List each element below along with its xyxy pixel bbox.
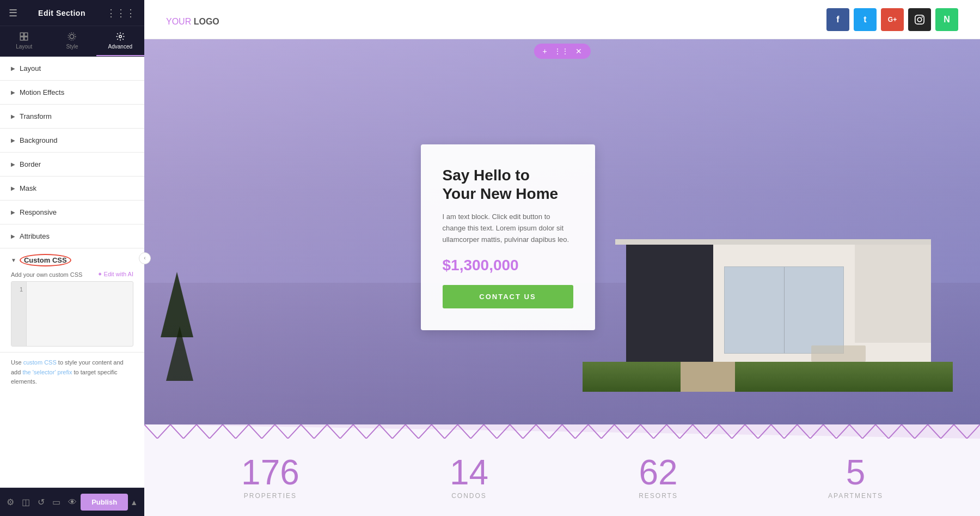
close-section-button[interactable]: ✕ — [575, 47, 582, 56]
svg-rect-1 — [24, 33, 28, 36]
stat-condos-number: 14 — [450, 455, 488, 490]
css-textarea[interactable] — [27, 282, 133, 346]
stat-properties: 176 PROPERTIES — [241, 455, 299, 500]
section-layout[interactable]: ▶ Layout — [0, 57, 144, 81]
section-attributes-label: Attributes — [20, 232, 50, 240]
svg-rect-0 — [20, 33, 23, 36]
chevron-transform: ▶ — [11, 113, 15, 119]
house-dark-wall — [626, 245, 713, 365]
layout-tab-icon — [19, 32, 29, 41]
tree-2 — [166, 326, 193, 381]
tree-group-left — [161, 272, 193, 381]
stat-resorts-label: RESORTS — [639, 492, 678, 500]
hamburger-icon[interactable]: ☰ — [9, 7, 17, 19]
right-canvas: YOUR LOGO f t G+ N — [144, 0, 980, 516]
svg-point-4 — [70, 34, 75, 39]
section-motion-effects[interactable]: ▶ Motion Effects — [0, 81, 144, 105]
grid-icon[interactable]: ⋮⋮⋮ — [106, 7, 136, 19]
panel-bottom: ⚙ ◫ ↺ ▭ 👁 Publish ▲ — [0, 488, 144, 516]
preview-icon[interactable]: 👁 — [68, 497, 77, 507]
section-motion-label: Motion Effects — [20, 88, 64, 96]
add-section-button[interactable]: + — [542, 47, 547, 56]
stat-resorts: 62 RESORTS — [639, 455, 678, 500]
tab-style-label: Style — [66, 44, 78, 50]
social-twitter[interactable]: t — [854, 8, 877, 31]
style-tab-icon — [67, 32, 77, 41]
chevron-responsive: ▶ — [11, 209, 15, 215]
custom-css-subtitle-text: Add your own custom CSS — [11, 271, 82, 278]
chevron-border: ▶ — [11, 161, 15, 167]
css-footer-link1[interactable]: custom CSS — [23, 359, 57, 366]
house-container — [583, 228, 953, 392]
social-facebook[interactable]: f — [826, 8, 849, 31]
top-nav: YOUR LOGO f t G+ N — [144, 0, 980, 39]
social-instagram[interactable] — [908, 8, 931, 31]
garden — [583, 362, 953, 392]
card-headline: Say Hello to Your New Home — [443, 166, 573, 203]
panel-title: Edit Section — [38, 9, 85, 17]
css-line-numbers: 1 — [11, 282, 27, 346]
tab-layout-label: Layout — [16, 44, 32, 50]
card-price: $1,300,000 — [443, 257, 573, 274]
section-background-label: Background — [20, 136, 57, 144]
css-selector-text: the 'selector' prefix — [22, 369, 72, 375]
house-window — [724, 266, 844, 354]
chevron-motion: ▶ — [11, 89, 15, 95]
section-mask-label: Mask — [20, 184, 36, 192]
expand-button[interactable]: ▲ — [130, 498, 138, 507]
zigzag-border-container — [144, 424, 980, 439]
publish-button[interactable]: Publish — [81, 494, 128, 511]
stat-properties-number: 176 — [241, 455, 299, 490]
zigzag-svg — [144, 424, 980, 439]
stats-section: 176 PROPERTIES 14 CONDOS 62 RESORTS 5 AP… — [144, 439, 980, 516]
css-footer-link2[interactable]: the 'selector' prefix — [22, 369, 72, 375]
custom-css-header[interactable]: ▼ Custom CSS — [11, 254, 133, 266]
panel-content: ▶ Layout ▶ Motion Effects ▶ Transform ▶ … — [0, 57, 144, 488]
section-border[interactable]: ▶ Border — [0, 153, 144, 177]
css-footer-text1: Use — [11, 359, 23, 366]
tab-style[interactable]: Style — [48, 26, 96, 56]
css-footer: Use custom CSS to style your content and… — [0, 353, 144, 392]
chevron-custom-css: ▼ — [11, 257, 16, 263]
tab-layout[interactable]: Layout — [0, 26, 48, 56]
section-transform-label: Transform — [20, 112, 52, 120]
section-mask[interactable]: ▶ Mask — [0, 177, 144, 201]
house-right-section — [855, 245, 931, 343]
stat-condos: 14 CONDOS — [450, 455, 488, 500]
panel-header: ☰ Edit Section ⋮⋮⋮ — [0, 0, 144, 26]
advanced-tab-icon — [115, 32, 125, 41]
chevron-background: ▶ — [11, 137, 15, 143]
section-background[interactable]: ▶ Background — [0, 129, 144, 153]
section-responsive[interactable]: ▶ Responsive — [0, 201, 144, 224]
social-email[interactable]: N — [935, 8, 958, 31]
hero-card: Say Hello to Your New Home I am text blo… — [421, 144, 595, 330]
stat-apartments-label: APARTMENTS — [828, 492, 883, 500]
stat-properties-label: PROPERTIES — [241, 492, 299, 500]
garden-path — [681, 362, 735, 392]
outdoor-table — [811, 345, 866, 362]
custom-css-section: ▼ Custom CSS Add your own custom CSS ✦ E… — [0, 248, 144, 353]
svg-rect-3 — [24, 37, 28, 40]
chevron-mask: ▶ — [11, 185, 15, 191]
settings-icon[interactable]: ⚙ — [7, 497, 14, 507]
section-transform[interactable]: ▶ Transform — [0, 105, 144, 129]
history-icon[interactable]: ↺ — [38, 497, 45, 507]
drag-section-button[interactable]: ⋮⋮ — [554, 47, 569, 56]
edit-ai-button[interactable]: ✦ Edit with AI — [97, 271, 133, 278]
responsive-icon[interactable]: ▭ — [52, 497, 60, 507]
svg-point-5 — [69, 33, 76, 40]
contact-us-button[interactable]: CONTACT US — [443, 285, 573, 308]
section-responsive-label: Responsive — [20, 208, 57, 216]
section-toolbar: + ⋮⋮ ✕ — [534, 44, 590, 59]
social-googleplus[interactable]: G+ — [881, 8, 904, 31]
hero-section: + ⋮⋮ ✕ Say Hello to Your New Home I am t… — [144, 39, 980, 424]
window-divider — [784, 267, 785, 353]
card-body-text: I am text block. Click edit button to ch… — [443, 211, 573, 245]
layers-icon[interactable]: ◫ — [22, 497, 30, 507]
chevron-layout: ▶ — [11, 65, 15, 71]
section-layout-label: Layout — [20, 64, 41, 72]
tab-advanced[interactable]: Advanced — [96, 26, 144, 56]
tab-advanced-label: Advanced — [108, 44, 132, 50]
collapse-panel-button[interactable]: ‹ — [139, 252, 151, 264]
section-attributes[interactable]: ▶ Attributes — [0, 224, 144, 248]
